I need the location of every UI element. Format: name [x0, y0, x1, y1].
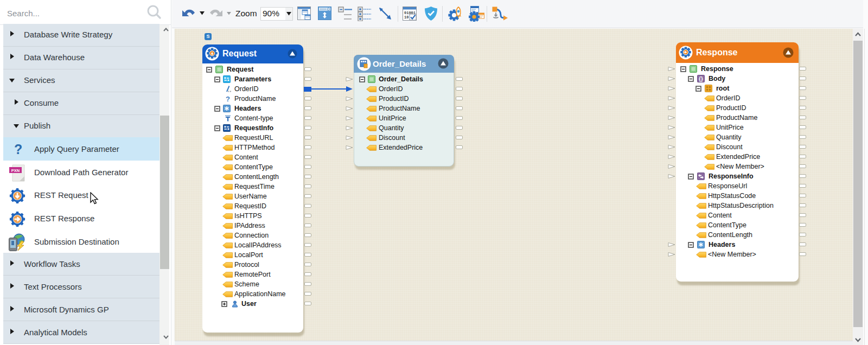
svg-text:PXN: PXN	[11, 168, 20, 173]
svg-text:{}: {}	[699, 76, 703, 82]
svg-text:10: 10	[404, 15, 409, 20]
svg-text:?: ?	[226, 95, 230, 103]
